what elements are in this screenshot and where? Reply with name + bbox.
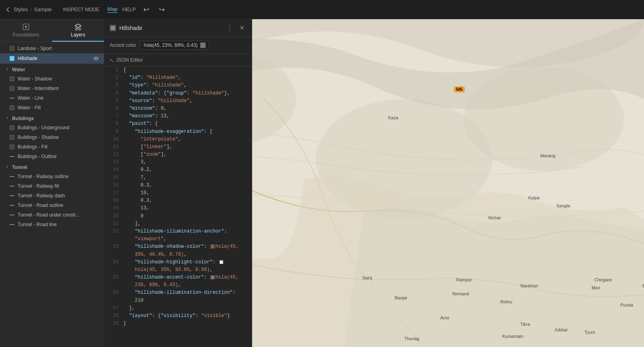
json-line: 2 "id": "Hillshade", — [104, 74, 252, 82]
panel-menu-button[interactable]: ⋮ — [225, 23, 235, 32]
json-line: 4 "metadata": {"group": "hillshade"}, — [104, 90, 252, 97]
layer-item-buildings-shadow[interactable]: Buildings - Shadow — [0, 132, 104, 142]
layer-name: Buildings - Fill — [18, 144, 99, 150]
json-line: 14 0.2, — [104, 166, 252, 174]
svg-point-5 — [464, 67, 624, 171]
line-icon — [10, 98, 14, 98]
layer-name-hillshade: Hillshade — [18, 56, 90, 61]
line-icon — [10, 215, 14, 215]
json-line: 26 "hillshade-illumination-direction": — [104, 289, 252, 297]
panel-header-icon — [110, 25, 116, 31]
line-icon — [10, 186, 14, 187]
layer-name-landuse-sport: Landuse - Sport — [18, 46, 99, 51]
back-button[interactable]: Styles / Sample — [5, 6, 52, 13]
layers-tab-label: Layers — [71, 32, 85, 38]
json-editor-label: JSON Editor — [116, 57, 143, 63]
json-line: 25 "hillshade-accent-color": hsla(45, — [104, 274, 252, 281]
layer-name: Tunnel - Railway fill — [18, 183, 99, 189]
layer-item-hillshade[interactable]: Hillshade — [0, 53, 104, 64]
checkbox-icon-active — [10, 56, 14, 61]
tab-layers[interactable]: Layers — [52, 19, 104, 42]
map-pin-pin-505: 505 — [454, 86, 465, 92]
panel-title: Hillshade — [119, 25, 222, 31]
panel-close-button[interactable]: ✕ — [238, 23, 246, 32]
json-editor[interactable]: 1{ 2 "id": "Hillshade", 3 "type": "hills… — [104, 66, 252, 347]
layer-item-tunnel-railway-fill[interactable]: Tunnel - Railway fill — [0, 181, 104, 191]
sidebar: Foundations Layers Landuse - Sport Hills… — [0, 19, 104, 347]
breadcrumb-prefix: Styles — [14, 6, 28, 12]
json-line: 23 "hillshade-shadow-color": hsla(45, — [104, 243, 252, 251]
topbar: Styles / Sample INSPECT MODE Map HELP ↩ … — [0, 0, 644, 19]
redo-button[interactable]: ↪ — [156, 4, 167, 16]
json-line: 10 "interpolate", — [104, 136, 252, 143]
json-line: 24 "hillshade-highlight-color": — [104, 259, 252, 266]
json-line: 5 "source": "hillshade", — [104, 97, 252, 105]
checkbox-icon — [10, 46, 14, 51]
layer-name: Water - Intermittent — [18, 86, 99, 91]
section-header-water[interactable]: Water — [0, 64, 104, 74]
json-panel: Hillshade ⋮ ✕ Accent color hsla(45, 23%,… — [104, 19, 252, 347]
json-line: 16 0.3, — [104, 182, 252, 189]
layer-name: Tunnel - Road outline — [18, 203, 99, 208]
inspect-mode-label: INSPECT MODE — [63, 7, 99, 12]
json-line: 9 "hillshade-exaggeration": [ — [104, 128, 252, 136]
layer-name: Buildings - Underground — [18, 125, 99, 130]
json-line: 20 0 — [104, 213, 252, 220]
layer-name: Tunnel - Railway dash — [18, 193, 99, 199]
layer-item-water-intermittent[interactable]: Water - Intermittent — [0, 84, 104, 93]
line-icon — [10, 224, 14, 225]
json-line: 18 0.3, — [104, 197, 252, 205]
json-line: 3 "type": "hillshade", — [104, 82, 252, 89]
layer-item-water-fill[interactable]: Water - Fill — [0, 103, 104, 112]
layer-item-water-line[interactable]: Water - Line — [0, 93, 104, 103]
accent-color-value[interactable]: hsla(45, 23%, 89%, 0.43) — [140, 41, 209, 50]
json-line: 15 7, — [104, 174, 252, 182]
main-content: Foundations Layers Landuse - Sport Hills… — [0, 19, 644, 347]
line-icon — [10, 176, 14, 177]
layer-name: Water - Fill — [18, 105, 99, 110]
accent-color-swatch — [200, 42, 206, 48]
section-header-tunnel[interactable]: Tunnel — [0, 161, 104, 172]
json-line: 11 ["linear"], — [104, 143, 252, 151]
line-icon — [10, 156, 14, 157]
checkbox-icon — [10, 105, 14, 110]
json-line: 21 ], — [104, 220, 252, 228]
json-line: 28 "layout": {"visibility": "visible"} — [104, 312, 252, 320]
layer-item-tunnel-railway-outline[interactable]: Tunnel - Railway outline — [0, 172, 104, 181]
json-line: 27 }, — [104, 305, 252, 312]
accent-color-label: Accent color — [110, 42, 136, 48]
map-link[interactable]: Map — [107, 6, 117, 13]
layer-name: Buildings - Shadow — [18, 134, 99, 140]
layer-name: Tunnel - Railway outline — [18, 174, 99, 179]
layer-name: Tunnel - Road under constr... — [18, 212, 99, 218]
json-line: "viewport", — [104, 235, 252, 243]
layer-item-buildings-fill[interactable]: Buildings - Fill — [0, 142, 104, 152]
layer-item-tunnel-road-line[interactable]: Tunnel - Road line — [0, 220, 104, 229]
json-line: 29} — [104, 320, 252, 327]
layer-item-buildings-outline[interactable]: Buildings - Outline — [0, 152, 104, 161]
visibility-button[interactable] — [93, 55, 99, 62]
tab-foundations[interactable]: Foundations — [0, 19, 52, 42]
layer-item-buildings-underground[interactable]: Buildings - Underground — [0, 123, 104, 132]
layer-item-landuse-sport[interactable]: Landuse - Sport — [0, 44, 104, 53]
line-icon — [10, 195, 14, 196]
layer-item-water-shadow[interactable]: Water - Shadow — [0, 74, 104, 84]
layer-item-tunnel-railway-dash[interactable]: Tunnel - Railway dash — [0, 191, 104, 201]
layer-name: Buildings - Outline — [18, 154, 99, 159]
layer-item-tunnel-road-outline[interactable]: Tunnel - Road outline — [0, 201, 104, 210]
layer-item-tunnel-road-under[interactable]: Tunnel - Road under constr... — [0, 210, 104, 220]
breadcrumb-page: Sample — [34, 6, 52, 12]
json-line: 35%, 40.4%, 0.78), — [104, 251, 252, 259]
undo-button[interactable]: ↩ — [141, 4, 152, 16]
json-line: 6 "minzoom": 0, — [104, 105, 252, 112]
checkbox-icon — [10, 125, 14, 130]
help-label: HELP — [122, 6, 136, 12]
json-editor-header[interactable]: JSON Editor — [104, 54, 252, 66]
section-label-water: Water — [12, 67, 25, 72]
json-line: 17 10, — [104, 189, 252, 197]
section-header-buildings[interactable]: Buildings — [0, 112, 104, 123]
sidebar-tabs: Foundations Layers — [0, 19, 104, 42]
panel-accent-row: Accent color hsla(45, 23%, 89%, 0.43) — [104, 37, 252, 54]
section-label-tunnel: Tunnel — [12, 164, 27, 170]
checkbox-icon — [10, 135, 14, 140]
